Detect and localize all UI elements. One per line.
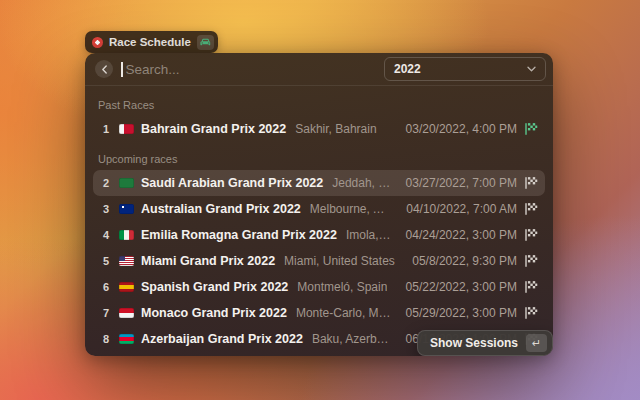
race-number: 3 <box>100 203 112 215</box>
race-location: Montmeló, Spain <box>297 280 387 294</box>
race-number: 2 <box>100 177 112 189</box>
race-row[interactable]: 3 Australian Grand Prix 2022 Melbourne, … <box>93 196 545 222</box>
bahrain-flag-icon <box>119 124 134 134</box>
tag-label: Race Schedule <box>109 36 191 48</box>
race-list: Past Races 1 Bahrain Grand Prix 2022 Sak… <box>85 86 553 356</box>
season-dropdown[interactable]: 2022 <box>384 57 546 81</box>
race-row[interactable]: 5 Miami Grand Prix 2022 Miami, United St… <box>93 248 545 274</box>
search-bar: 2022 <box>85 53 553 86</box>
race-title: Miami Grand Prix 2022 <box>141 254 275 268</box>
race-datetime: 05/22/2022, 3:00 PM <box>406 280 517 294</box>
race-row[interactable]: 1 Bahrain Grand Prix 2022 Sakhir, Bahrai… <box>93 116 545 142</box>
race-row[interactable]: 4 Emilia Romagna Grand Prix 2022 Imola, … <box>93 222 545 248</box>
checkered-flag-icon <box>524 202 538 216</box>
race-datetime: 03/20/2022, 4:00 PM <box>406 122 517 136</box>
race-location: Miami, United States <box>284 254 395 268</box>
section-header: Past Races <box>98 99 540 111</box>
text-cursor <box>121 62 123 77</box>
spain-flag-icon <box>119 282 134 292</box>
checkered-flag-icon <box>524 254 538 268</box>
search-input[interactable] <box>126 62 377 77</box>
section-header: Upcoming races <box>98 153 540 165</box>
race-datetime: 05/8/2022, 9:30 PM <box>412 254 517 268</box>
race-row[interactable]: 7 Monaco Grand Prix 2022 Monte-Carlo, Mo… <box>93 300 545 326</box>
usa-flag-icon <box>119 256 134 266</box>
checkered-flag-icon <box>524 280 538 294</box>
monaco-flag-icon <box>119 308 134 318</box>
race-number: 7 <box>100 307 112 319</box>
race-location: Melbourne, Australia <box>310 202 392 216</box>
race-title: Spanish Grand Prix 2022 <box>141 280 288 294</box>
race-title: Bahrain Grand Prix 2022 <box>141 122 286 136</box>
checkered-flag-icon <box>524 306 538 320</box>
race-location: Monte-Carlo, Monaco <box>296 306 392 320</box>
car-icon <box>197 35 214 50</box>
race-title: Saudi Arabian Grand Prix 2022 <box>141 176 323 190</box>
chevron-down-icon <box>527 66 536 72</box>
race-number: 4 <box>100 229 112 241</box>
race-number: 5 <box>100 255 112 267</box>
race-datetime: 05/29/2022, 3:00 PM <box>406 306 517 320</box>
race-datetime: 03/27/2022, 7:00 PM <box>406 176 517 190</box>
season-dropdown-value: 2022 <box>394 62 421 76</box>
race-title: Australian Grand Prix 2022 <box>141 202 301 216</box>
race-number: 6 <box>100 281 112 293</box>
race-datetime: 04/24/2022, 3:00 PM <box>406 228 517 242</box>
race-row[interactable]: 6 Spanish Grand Prix 2022 Montmeló, Spai… <box>93 274 545 300</box>
raycast-window: 2022 Past Races 1 Bahrain Grand Prix 202… <box>85 53 553 356</box>
australia-flag-icon <box>119 204 134 214</box>
hint-label: Show Sessions <box>430 336 518 350</box>
desktop-wallpaper: Race Schedule 2022 Past Races 1 Bahrain … <box>0 0 640 400</box>
enter-key-icon: ↵ <box>526 334 547 352</box>
chevron-left-icon <box>101 65 108 74</box>
saudi-arabia-flag-icon <box>119 178 134 188</box>
race-location: Jeddah, Saudi Arabia <box>332 176 391 190</box>
checkered-flag-icon <box>524 122 538 136</box>
race-location: Baku, Azerbaijan <box>312 332 392 346</box>
azerbaijan-flag-icon <box>119 334 134 344</box>
show-sessions-hint[interactable]: Show Sessions ↵ <box>417 330 553 356</box>
back-button[interactable] <box>95 60 113 78</box>
checkered-flag-icon <box>524 228 538 242</box>
race-datetime: 04/10/2022, 7:00 AM <box>406 202 517 216</box>
italy-flag-icon <box>119 230 134 240</box>
extension-record-icon <box>92 37 103 48</box>
race-title: Azerbaijan Grand Prix 2022 <box>141 332 303 346</box>
race-title: Emilia Romagna Grand Prix 2022 <box>141 228 337 242</box>
race-title: Monaco Grand Prix 2022 <box>141 306 287 320</box>
checkered-flag-icon <box>524 176 538 190</box>
race-schedule-tag[interactable]: Race Schedule <box>85 31 218 53</box>
race-row[interactable]: 2 Saudi Arabian Grand Prix 2022 Jeddah, … <box>93 170 545 196</box>
race-location: Imola, Italy <box>346 228 392 242</box>
race-number: 8 <box>100 333 112 345</box>
race-location: Sakhir, Bahrain <box>295 122 376 136</box>
race-number: 1 <box>100 123 112 135</box>
